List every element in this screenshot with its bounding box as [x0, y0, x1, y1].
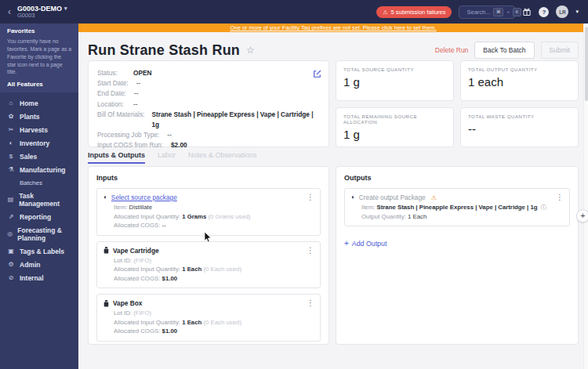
output-item-row: Item: Strane Stash | Pineapple Express |… — [361, 203, 563, 212]
status-value: OPEN — [133, 68, 152, 78]
detail-row-input-cogs: Input COGS from Run: $2.00 — [97, 140, 320, 150]
sidebar-item-sales[interactable]: $ Sales — [0, 150, 78, 163]
scrollbar[interactable] — [583, 24, 588, 369]
facility-tag-warning-banner[interactable]: One or more of your Facility Tag prefixe… — [78, 24, 588, 32]
bom-value: Strane Stash | Pineapple Express | Vape … — [151, 110, 320, 130]
sidebar-item-label: Inventory — [20, 139, 49, 147]
sidebar-item-harvests[interactable]: ✂ Harvests — [0, 123, 78, 136]
all-features-label: All Features — [7, 81, 71, 88]
field-value: 1 Each — [182, 266, 201, 273]
help-icon[interactable]: ? — [539, 7, 549, 17]
kebab-menu-icon[interactable]: ⋮ — [307, 247, 314, 255]
detail-label: Processing Job Type: — [97, 130, 167, 140]
global-search[interactable]: ⌘ + K — [459, 5, 515, 19]
sidebar-item-home[interactable]: ⌂ Home — [0, 96, 78, 110]
sidebar-item-admin[interactable]: ⚙ Admin — [0, 258, 78, 271]
avatar[interactable]: LR — [556, 5, 568, 18]
kebab-menu-icon[interactable]: ⋮ — [307, 194, 314, 201]
sidebar-item-task-management[interactable]: ▤ Task Management — [0, 189, 78, 210]
edit-icon[interactable] — [313, 67, 321, 81]
input-qty-row: Allocated Input Quantity: 1 Grams (0 Gra… — [114, 212, 314, 222]
inventory-icon: ◐ — [7, 139, 15, 147]
back-to-batch-button[interactable]: Back To Batch — [474, 42, 534, 59]
stat-value: 1 each — [468, 75, 571, 89]
delete-run-button[interactable]: Delete Run — [435, 46, 469, 54]
stat-cards: TOTAL SOURCE QUANTITY 1 g TOTAL OUTPUT Q… — [336, 60, 579, 147]
detail-row-end-date: End Date: -- — [97, 89, 320, 99]
info-icon[interactable]: ⓘ — [541, 204, 547, 211]
search-input[interactable] — [466, 9, 490, 16]
tab-labor[interactable]: Labor — [158, 151, 176, 164]
sidebar-item-tags-labels[interactable]: ▣ Tags & Labels — [0, 244, 78, 258]
output-qty-row: Output Quantity: 1 Each — [361, 212, 563, 222]
favorites-note: You currently have no favorites. Mark a … — [7, 38, 71, 76]
detail-label: Bill Of Materials: — [97, 110, 151, 130]
create-output-package-link[interactable]: Create output Package — [359, 194, 426, 201]
stat-label: TOTAL OUTPUT QUANTITY — [468, 67, 571, 72]
floating-widget-button[interactable]: + — [576, 209, 588, 222]
org-block[interactable]: G0003-DEMO ▾ G0003 — [17, 5, 67, 20]
target-icon: ◎ — [7, 230, 13, 237]
sidebar-nav: ⌂ Home ✿ Plants ✂ Harvests ◐ Inventory $… — [0, 92, 78, 284]
input-lot-row: Lot ID: (FIFO) — [114, 309, 314, 318]
outputs-panel: Outputs ⋮ ◐ Create output Package ⚠ Item… — [336, 166, 579, 345]
home-icon: ⌂ — [7, 99, 15, 107]
input-card-vape-box: ⋮ Vape Box Lot ID: (FIFO) Allocated Inpu… — [96, 294, 321, 342]
page-title: Run Strane Stash Run — [88, 42, 240, 59]
internal-icon: ⊘ — [7, 274, 15, 281]
field-label: Item: — [114, 204, 127, 211]
field-value: Strane Stash | Pineapple Express | Vape … — [377, 204, 538, 211]
chart-icon: ⇗ — [7, 213, 15, 220]
dollar-icon: $ — [7, 153, 15, 160]
plant-icon: ✿ — [7, 113, 15, 120]
tab-inputs-outputs[interactable]: Inputs & Outputs — [88, 151, 145, 164]
stat-label: TOTAL SOURCE QUANTITY — [343, 67, 446, 72]
processing-job-type-value: -- — [167, 130, 172, 140]
add-output-button[interactable]: + Add Output — [344, 240, 387, 248]
whats-new-gift-icon[interactable] — [522, 7, 532, 16]
scrollbar-thumb[interactable] — [585, 27, 588, 101]
detail-row-status: Status: OPEN — [97, 68, 320, 78]
avatar-chevron-down-icon[interactable]: ▾ — [575, 9, 579, 15]
sidebar: Favorites You currently have no favorite… — [0, 24, 78, 369]
stat-total-source-quantity: TOTAL SOURCE QUANTITY 1 g — [336, 60, 454, 101]
stat-total-output-quantity: TOTAL OUTPUT QUANTITY 1 each — [460, 60, 579, 101]
end-date-value: -- — [134, 89, 139, 99]
harvest-icon: ✂ — [7, 126, 15, 133]
location-value: -- — [133, 99, 138, 110]
field-value: Distillate — [129, 204, 152, 211]
banner-link[interactable]: One or more of your Facility Tag prefixe… — [230, 24, 436, 31]
avatar-initials: LR — [559, 9, 566, 15]
field-label: Allocated Input Quantity: — [114, 213, 180, 220]
keycap-k: K — [513, 8, 521, 16]
inputs-title: Inputs — [96, 174, 321, 182]
tab-notes-observations[interactable]: Notes & Observations — [188, 151, 257, 164]
sidebar-item-forecasting[interactable]: ◎ Forecasting & Planning — [0, 223, 78, 244]
favorite-star-icon[interactable]: ☆ — [246, 45, 255, 56]
field-label: Lot ID: — [114, 257, 132, 264]
sidebar-item-batches[interactable]: Batches — [0, 176, 78, 189]
input-cogs-value: $2.00 — [171, 140, 187, 150]
sidebar-item-inventory[interactable]: ◐ Inventory — [0, 136, 78, 150]
org-switcher[interactable]: ‹ G0003-DEMO ▾ G0003 — [0, 5, 78, 20]
input-qty-row: Allocated Input Quantity: 1 Each (0 Each… — [114, 265, 314, 274]
sidebar-item-reporting[interactable]: ⇗ Reporting — [0, 210, 78, 223]
outputs-title: Outputs — [344, 174, 570, 182]
sidebar-item-plants[interactable]: ✿ Plants — [0, 110, 78, 123]
kebab-menu-icon[interactable]: ⋮ — [307, 299, 314, 307]
select-source-package-link[interactable]: Select source package — [111, 194, 177, 201]
submit-button[interactable]: Submit — [541, 42, 579, 59]
input-qty-row: Allocated Input Quantity: 1 Each (0 Each… — [114, 318, 314, 327]
sidebar-item-label: Tags & Labels — [20, 248, 64, 255]
sidebar-item-internal[interactable]: ⊘ Internal — [0, 271, 78, 284]
sidebar-collapse-icon[interactable]: ‹ — [8, 7, 11, 16]
detail-row-bom: Bill Of Materials: Strane Stash | Pineap… — [97, 110, 320, 130]
submission-failures-badge[interactable]: ⚠ 5 submission failures — [376, 6, 452, 18]
sidebar-item-label: Internal — [20, 274, 44, 282]
chevron-down-icon: ▾ — [64, 5, 67, 12]
org-sub-label: G0003 — [17, 13, 67, 20]
sidebar-item-manufacturing[interactable]: ⚗ Manufacturing — [0, 163, 78, 176]
kebab-menu-icon[interactable]: ⋮ — [556, 194, 564, 201]
field-label: Allocated COGS: — [114, 275, 160, 282]
inputs-panel: Inputs ⋮ ◐ Select source package Item: D… — [88, 166, 329, 345]
